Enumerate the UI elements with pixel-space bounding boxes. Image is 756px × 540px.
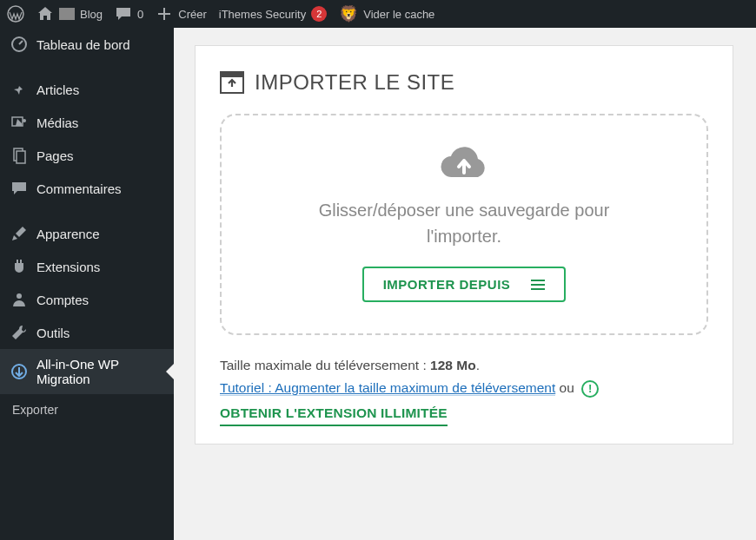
sidebar-submenu-label: Exporter: [12, 403, 58, 417]
users-icon: [10, 291, 28, 308]
pages-icon: [10, 147, 28, 164]
migration-icon: [10, 363, 28, 380]
sidebar-item-users[interactable]: Comptes: [0, 283, 174, 316]
comments-icon: [10, 180, 28, 197]
new-content[interactable]: Créer: [156, 5, 207, 23]
page-title-text: IMPORTER LE SITE: [255, 70, 454, 95]
content-area: IMPORTER LE SITE Glisser/déposer une sau…: [174, 28, 756, 540]
new-label: Créer: [178, 8, 207, 21]
sidebar-item-label: All-in-One WP Migration: [36, 357, 163, 386]
home-icon: [36, 5, 54, 23]
admin-sidebar: Tableau de bord Articles Médias Pages Co…: [0, 28, 174, 540]
security-label: iThemes Security: [219, 8, 306, 21]
menu-icon: [531, 280, 545, 290]
sidebar-item-plugins[interactable]: Extensions: [0, 250, 174, 283]
or-text: ou: [560, 380, 579, 395]
svg-rect-5: [17, 151, 25, 163]
cache-label: Vider le cache: [363, 8, 434, 21]
admin-bar: Blog 0 Créer iThemes Security 2 🦁 Vider …: [0, 0, 756, 28]
sidebar-item-dashboard[interactable]: Tableau de bord: [0, 28, 174, 61]
lion-icon: 🦁: [339, 4, 358, 23]
import-panel: IMPORTER LE SITE Glisser/déposer une sau…: [195, 45, 733, 445]
sidebar-item-pages[interactable]: Pages: [0, 139, 174, 172]
sidebar-submenu-export[interactable]: Exporter: [0, 394, 174, 425]
import-button-label: IMPORTER DEPUIS: [383, 277, 511, 292]
import-from-button[interactable]: IMPORTER DEPUIS: [362, 267, 567, 302]
plus-icon: [156, 5, 173, 23]
tutorial-link[interactable]: Tutoriel : Augmenter la taille maximum d…: [220, 380, 555, 396]
security-link[interactable]: iThemes Security 2: [219, 6, 327, 22]
security-badge: 2: [311, 6, 327, 22]
sidebar-item-migration[interactable]: All-in-One WP Migration: [0, 349, 174, 394]
sidebar-item-label: Apparence: [36, 227, 100, 241]
sidebar-item-label: Articles: [36, 82, 79, 97]
dropzone-text: Glisser/déposer une sauvegarde pour l'im…: [282, 197, 647, 249]
warning-icon: !: [581, 380, 599, 398]
dashboard-icon: [10, 36, 28, 53]
wp-logo[interactable]: [7, 5, 24, 23]
sidebar-item-comments[interactable]: Commentaires: [0, 172, 174, 205]
unlimited-extension-link[interactable]: OBTENIR L'EXTENSION ILLIMITÉE: [220, 402, 448, 426]
wrench-icon: [10, 324, 28, 341]
sidebar-item-label: Commentaires: [36, 181, 122, 196]
sidebar-item-posts[interactable]: Articles: [0, 73, 174, 106]
sidebar-item-label: Pages: [36, 148, 74, 163]
sidebar-item-media[interactable]: Médias: [0, 106, 174, 139]
sidebar-item-label: Médias: [36, 115, 78, 130]
media-icon: [10, 114, 28, 131]
sidebar-item-label: Extensions: [36, 260, 100, 274]
import-title-icon: [220, 71, 244, 94]
wordpress-icon: [7, 5, 24, 23]
comments-link[interactable]: 0: [115, 5, 143, 23]
sidebar-item-label: Outils: [36, 326, 70, 340]
max-upload-value: 128 Mo: [430, 358, 476, 372]
import-dropzone[interactable]: Glisser/déposer une sauvegarde pour l'im…: [220, 114, 708, 335]
comment-icon: [115, 5, 132, 23]
sidebar-item-label: Tableau de bord: [36, 37, 130, 52]
svg-point-3: [23, 119, 26, 122]
site-favicon: [59, 8, 75, 20]
plugin-icon: [10, 258, 28, 275]
brush-icon: [10, 225, 28, 242]
cloud-upload-icon: [239, 142, 689, 187]
max-upload-text: Taille maximale du téléversement : 128 M…: [220, 358, 480, 372]
svg-point-6: [17, 293, 22, 299]
sidebar-item-label: Comptes: [36, 293, 89, 307]
site-home[interactable]: Blog: [36, 5, 103, 23]
sidebar-item-appearance[interactable]: Apparence: [0, 217, 174, 250]
pin-icon: [10, 81, 28, 98]
upload-info: Taille maximale du téléversement : 128 M…: [220, 354, 708, 426]
svg-rect-9: [221, 72, 243, 77]
cache-clear[interactable]: 🦁 Vider le cache: [339, 4, 434, 23]
sidebar-item-tools[interactable]: Outils: [0, 316, 174, 349]
page-title: IMPORTER LE SITE: [220, 70, 708, 95]
site-name: Blog: [80, 8, 103, 21]
comments-count: 0: [137, 8, 143, 21]
